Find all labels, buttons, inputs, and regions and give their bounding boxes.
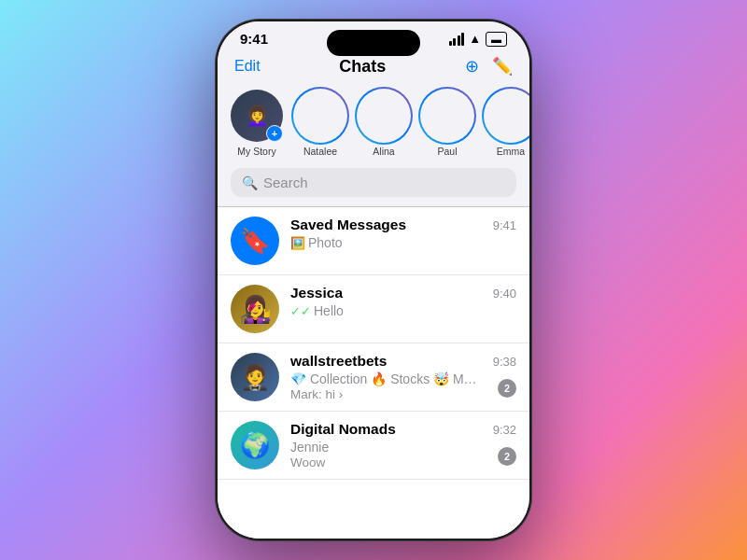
chat-content-saved: Saved Messages 9:41 🖼️ Photo (290, 217, 516, 250)
story-item-alina[interactable]: 👩 Alina (358, 90, 410, 157)
story-item-mystory[interactable]: 👩‍🦱 + My Story (231, 90, 283, 157)
chat-name-wsb: wallstreetbets (290, 353, 387, 370)
chat-time-wsb: 9:38 (493, 355, 516, 369)
search-bar[interactable]: 🔍 Search (231, 168, 516, 197)
story-add-badge: + (266, 125, 283, 142)
chat-row1-jessica: Jessica 9:40 (290, 285, 516, 301)
phone-shell: 9:41 ▲ ▬ Edit Chats ⊕ ✏️ (215, 19, 532, 541)
story-ring-paul (418, 87, 476, 145)
story-avatar-wrap-paul: 🧔 (421, 90, 473, 142)
story-label-paul: Paul (437, 146, 457, 157)
story-label-emma: Emma (497, 146, 525, 157)
chat-avatar-wsb: 🤵 (231, 353, 279, 401)
chat-name-dn: Digital Nomads (290, 421, 396, 438)
status-time: 9:41 (240, 31, 268, 47)
story-avatar-wrap-mystory: 👩‍🦱 + (231, 90, 283, 142)
search-bar-container: 🔍 Search (218, 168, 529, 206)
chat-avatar-saved: 🔖 (231, 217, 279, 265)
chat-name-saved: Saved Messages (290, 217, 406, 233)
compose-icon[interactable]: ✏️ (492, 56, 513, 77)
chat-time-saved: 9:41 (493, 218, 516, 232)
chat-preview-saved: Photo (308, 235, 343, 250)
chat-time-jessica: 9:40 (493, 287, 516, 301)
chat-avatar-jessica: 👩‍🎤 (231, 285, 279, 333)
stories-row: 👩‍🦱 + My Story 👱‍♀️ Natalee 👩 Alina (218, 86, 529, 168)
chat-row3-wsb: Mark: hi › (290, 387, 472, 401)
chat-row2-jessica: ✓✓ Hello (290, 303, 516, 318)
story-label-natalee: Natalee (303, 146, 337, 157)
chat-row2-dn: Jennie (290, 440, 516, 455)
new-group-icon[interactable]: ⊕ (465, 56, 479, 77)
story-avatar-wrap-alina: 👩 (358, 90, 410, 142)
battery-icon: ▬ (486, 32, 507, 47)
chat-row1-wsb: wallstreetbets 9:38 (290, 353, 516, 370)
chat-time-dn: 9:32 (493, 423, 516, 437)
nav-action-icons: ⊕ ✏️ (465, 56, 513, 77)
chat-item-wsb[interactable]: 🤵 wallstreetbets 9:38 💎 Collection 🔥 Sto… (218, 343, 529, 412)
story-ring-emma (482, 87, 529, 145)
chat-content-wsb: wallstreetbets 9:38 💎 Collection 🔥 Stock… (290, 353, 516, 401)
dynamic-island (327, 30, 420, 56)
story-item-paul[interactable]: 🧔 Paul (421, 90, 473, 157)
story-item-natalee[interactable]: 👱‍♀️ Natalee (294, 90, 346, 157)
story-avatar-wrap-natalee: 👱‍♀️ (294, 90, 346, 142)
chat-preview-jessica: Hello (314, 303, 344, 318)
wifi-icon: ▲ (469, 32, 481, 46)
story-item-emma[interactable]: 👩‍🦰 Emma (485, 90, 529, 157)
story-avatar-wrap-emma: 👩‍🦰 (485, 90, 529, 142)
chat-name-jessica: Jessica (290, 285, 343, 301)
chat-item-saved[interactable]: 🔖 Saved Messages 9:41 🖼️ Photo (218, 207, 529, 275)
story-ring-alina (355, 87, 413, 145)
chat-row2-wsb: 💎 Collection 🔥 Stocks 🤯 Memes... (290, 371, 516, 386)
chat-avatar-dn: 🌍 (231, 421, 279, 469)
signal-bars-icon (449, 33, 465, 46)
chat-row2-saved: 🖼️ Photo (290, 235, 516, 250)
chat-item-dn[interactable]: 🌍 Digital Nomads 9:32 Jennie Woow 2 (218, 412, 529, 480)
chat-preview-wsb: 💎 Collection 🔥 Stocks 🤯 Memes... (290, 371, 477, 386)
chat-content-jessica: Jessica 9:40 ✓✓ Hello (290, 285, 516, 318)
story-label-alina: Alina (373, 146, 394, 157)
chat-row1-dn: Digital Nomads 9:32 (290, 421, 516, 438)
chat-badge-wsb: 2 (498, 379, 516, 398)
chat-content-dn: Digital Nomads 9:32 Jennie Woow (290, 421, 516, 469)
chat-row3-dn: Woow (290, 455, 472, 469)
edit-button[interactable]: Edit (234, 58, 261, 75)
search-icon: 🔍 (242, 175, 258, 190)
phone-screen: 9:41 ▲ ▬ Edit Chats ⊕ ✏️ (218, 21, 529, 539)
page-title: Chats (339, 57, 386, 77)
story-label-mystory: My Story (237, 146, 275, 157)
chat-row1-saved: Saved Messages 9:41 (290, 217, 516, 233)
story-ring-natalee (291, 87, 349, 145)
status-icons: ▲ ▬ (449, 32, 507, 47)
chat-list: 🔖 Saved Messages 9:41 🖼️ Photo 👩‍🎤 (218, 206, 529, 539)
chat-preview-dn: Jennie (290, 440, 329, 455)
chat-badge-dn: 2 (498, 447, 516, 466)
chat-item-jessica[interactable]: 👩‍🎤 Jessica 9:40 ✓✓ Hello (218, 275, 529, 343)
search-placeholder: Search (263, 175, 308, 190)
check-icon-jessica: ✓✓ (290, 304, 311, 318)
